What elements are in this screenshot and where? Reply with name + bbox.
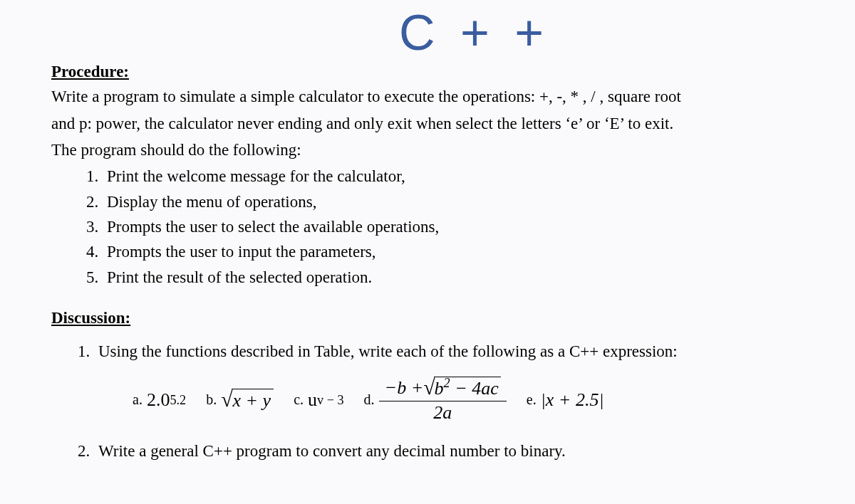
- expr-label-a: a.: [133, 389, 142, 410]
- discussion-heading: Discussion:: [51, 306, 804, 330]
- fraction: −b + √ b2 − 4ac 2a: [379, 377, 507, 424]
- procedure-step: Prompts the user to select the available…: [103, 215, 804, 238]
- procedure-step: Prompts the user to input the parameters…: [103, 240, 804, 263]
- document-page: Procedure: Write a program to simulate a…: [0, 0, 855, 494]
- sqrt-icon: √ b2 − 4ac: [423, 377, 501, 399]
- expr-e-body: |x + 2.5|: [541, 387, 604, 414]
- procedure-intro-line-3: The program should do the following:: [51, 138, 804, 162]
- expr-c-base: u: [308, 387, 317, 414]
- expr-d-sq: 2: [444, 376, 450, 390]
- procedure-steps-list: Print the welcome message for the calcul…: [51, 164, 804, 289]
- expression-e: e. |x + 2.5|: [527, 387, 604, 414]
- procedure-step: Print the welcome message for the calcul…: [103, 164, 804, 188]
- expr-b-radicand: x + y: [232, 389, 274, 411]
- expressions-row: a. 2.05.2 b. √ x + y c.: [133, 377, 804, 424]
- procedure-intro-line-2: and p: power, the calculator never endin…: [51, 112, 804, 135]
- expression-b: b. √ x + y: [206, 389, 274, 411]
- expr-label-b: b.: [206, 389, 217, 410]
- discussion-q1-text: Using the functions described in Table, …: [98, 342, 678, 360]
- expr-d-minus-b: −b +: [385, 378, 424, 399]
- expression-d: d. −b + √ b2 − 4ac: [364, 377, 507, 424]
- discussion-item-2: Write a general C++ program to convert a…: [94, 439, 804, 463]
- expr-d-b: b: [435, 378, 444, 399]
- procedure-step: Display the menu of operations,: [103, 190, 804, 214]
- procedure-step: Print the result of the selected operati…: [103, 266, 804, 289]
- expr-label-c: c.: [294, 389, 304, 410]
- expression-c: c. uv − 3: [294, 387, 343, 414]
- sqrt-icon: √ x + y: [221, 389, 274, 411]
- discussion-q2-text: Write a general C++ program to convert a…: [98, 442, 566, 460]
- expression-a: a. 2.05.2: [133, 387, 186, 414]
- discussion-item-1: Using the functions described in Table, …: [94, 340, 804, 423]
- expr-d-denominator: 2a: [433, 401, 452, 424]
- expr-a-base: 2.0: [147, 387, 170, 414]
- discussion-list: Using the functions described in Table, …: [51, 340, 804, 462]
- expr-d-rest: − 4ac: [450, 378, 499, 399]
- expr-label-e: e.: [527, 389, 537, 410]
- procedure-heading: Procedure:: [51, 60, 804, 83]
- procedure-intro-line-1: Write a program to simulate a simple cal…: [51, 85, 804, 108]
- handwritten-title: C + +: [399, 4, 549, 61]
- expr-label-d: d.: [364, 389, 375, 410]
